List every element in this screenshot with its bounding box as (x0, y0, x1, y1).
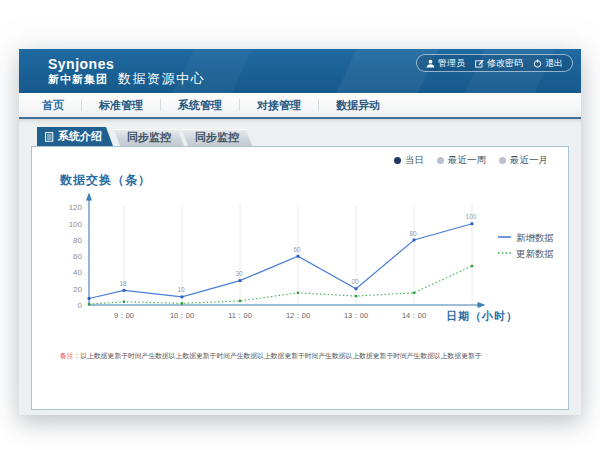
svg-text:80: 80 (73, 236, 82, 245)
svg-text:11：00: 11：00 (228, 311, 252, 320)
logout-label: 退出 (545, 57, 563, 70)
svg-text:120: 120 (69, 203, 83, 212)
tab-bar: 系统介绍 同步监控 同步监控 (37, 127, 249, 146)
svg-text:20: 20 (73, 285, 82, 294)
svg-text:新增数据: 新增数据 (516, 232, 554, 243)
nav-item-connect[interactable]: 对接管理 (240, 98, 318, 113)
svg-text:14：00: 14：00 (402, 311, 426, 320)
main-nav: 首页 标准管理 系统管理 对接管理 数据异动 (19, 93, 581, 119)
svg-text:18: 18 (119, 280, 127, 287)
app-header: Synjones 新中新集团 数据资源中心 管理员 修改密码 退出 (19, 49, 581, 93)
svg-text:12：00: 12：00 (286, 311, 310, 320)
document-icon (45, 132, 54, 142)
nav-item-standard[interactable]: 标准管理 (82, 98, 160, 113)
tab-label: 系统介绍 (58, 129, 102, 144)
tab-sync-monitor-1[interactable]: 同步监控 (114, 129, 184, 146)
nav-item-home[interactable]: 首页 (25, 98, 81, 113)
chart-panel: 当日 最近一周 最近一月 数据交换（条） 0204060801001209：00… (31, 146, 569, 410)
app-window: Synjones 新中新集团 数据资源中心 管理员 修改密码 退出 首页 标准管… (19, 49, 581, 415)
svg-text:100: 100 (69, 220, 83, 229)
edit-icon (475, 59, 484, 68)
line-chart: 0204060801001209：0010：0011：0012：0013：001… (32, 147, 567, 410)
svg-text:40: 40 (73, 268, 82, 277)
app-title: 数据资源中心 (118, 70, 205, 88)
svg-text:60: 60 (293, 246, 301, 253)
brand-logo-cn: 新中新集团 (48, 74, 114, 85)
svg-text:10: 10 (177, 286, 185, 293)
logout-button[interactable]: 退出 (533, 57, 563, 70)
footnote-text: 以上数据更新于时间产生数据以上数据更新于时间产生数据以上数据更新于时间产生数据以… (80, 352, 481, 359)
svg-text:30: 30 (235, 270, 243, 277)
svg-text:9：00: 9：00 (114, 311, 134, 320)
tab-label: 同步监控 (127, 131, 171, 143)
tab-sync-monitor-2[interactable]: 同步监控 (182, 129, 252, 146)
tab-label: 同步监控 (195, 131, 239, 143)
svg-text:13：00: 13：00 (344, 311, 368, 320)
change-password-label: 修改密码 (487, 57, 523, 70)
user-icon (426, 59, 435, 68)
svg-text:100: 100 (466, 213, 477, 220)
user-menu-label: 管理员 (438, 57, 465, 70)
nav-item-system[interactable]: 系统管理 (161, 98, 239, 113)
svg-text:10：00: 10：00 (170, 311, 194, 320)
brand-logo: Synjones 新中新集团 (48, 57, 114, 85)
content-area: 系统介绍 同步监控 同步监控 当日 最近一周 (19, 119, 581, 413)
footnote: 备注：以上数据更新于时间产生数据以上数据更新于时间产生数据以上数据更新于时间产生… (60, 351, 482, 361)
svg-text:日期（小时）: 日期（小时） (446, 310, 518, 323)
svg-text:80: 80 (409, 230, 417, 237)
change-password-button[interactable]: 修改密码 (475, 57, 523, 70)
footnote-prefix: 备注： (60, 352, 80, 359)
brand-logo-en: Synjones (48, 57, 114, 71)
tab-system-intro[interactable]: 系统介绍 (37, 127, 113, 146)
logout-icon (533, 59, 542, 68)
user-menu[interactable]: 管理员 (426, 57, 465, 70)
svg-text:更新数据: 更新数据 (516, 248, 554, 259)
svg-text:20: 20 (351, 278, 359, 285)
svg-text:60: 60 (73, 252, 82, 261)
user-toolbar: 管理员 修改密码 退出 (416, 54, 573, 72)
svg-text:0: 0 (78, 301, 83, 310)
nav-item-change[interactable]: 数据异动 (319, 98, 397, 113)
